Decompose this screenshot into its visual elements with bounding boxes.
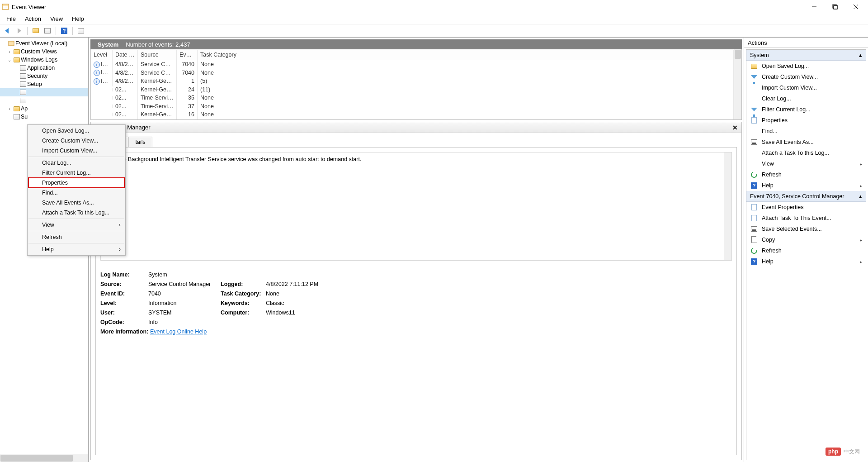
table-row[interactable]: iInf...4/8/202...Service Contr...7040Non… [91, 69, 734, 77]
lbl-kw: Keywords: [221, 300, 266, 306]
table-row[interactable]: 02...Time-Service35None [91, 94, 734, 102]
act-copy[interactable]: Copy▸ [746, 234, 866, 245]
menu-view[interactable]: View [46, 14, 67, 23]
act-label: Event Properties [762, 204, 803, 210]
act-filter-current-log[interactable]: Filter Current Log... [746, 104, 866, 115]
table-row[interactable]: 02...Time-Service37None [91, 102, 734, 111]
tree-system-selected[interactable] [0, 88, 88, 96]
chevron-right-icon: ▸ [860, 238, 862, 243]
menu-help[interactable]: Help [67, 14, 89, 23]
tree-security[interactable]: Security [0, 72, 88, 80]
val-source: Service Control Manager [148, 281, 221, 287]
tree-application[interactable]: Application [0, 64, 88, 72]
tree-hscrollbar[interactable] [0, 454, 88, 462]
table-row[interactable]: iInf...4/8/202...Service Contr...7040Non… [91, 60, 734, 69]
maximize-button[interactable] [825, 0, 845, 14]
show-tree-button[interactable] [30, 25, 41, 36]
tree-root-label: Event Viewer (Local) [15, 40, 67, 47]
tree-forwarded[interactable] [0, 96, 88, 105]
lbl-logged: Logged: [221, 281, 266, 287]
tree-subscriptions[interactable]: Su [0, 113, 88, 121]
tree-app-services[interactable]: ›Ap [0, 105, 88, 113]
back-button[interactable] [2, 25, 13, 36]
act-view[interactable]: View▸ [746, 158, 866, 169]
act-refresh-2[interactable]: Refresh [746, 245, 866, 256]
actions-group-event[interactable]: Event 7040, Service Control Manager▴ [746, 191, 866, 202]
col-eventid[interactable]: Event... [177, 50, 198, 60]
act-save-selected-events[interactable]: Save Selected Events... [746, 224, 866, 234]
act-import-custom-view[interactable]: Import Custom View... [746, 82, 866, 93]
svg-rect-6 [834, 5, 837, 9]
val-cat: None [266, 291, 356, 297]
link-online-help[interactable]: Event Log Online Help [150, 329, 207, 335]
act-properties[interactable]: Properties [746, 115, 866, 126]
act-refresh[interactable]: Refresh [746, 169, 866, 180]
ctx-find[interactable]: Find... [28, 188, 124, 198]
ctx-refresh[interactable]: Refresh [28, 232, 124, 243]
ctx-view[interactable]: View› [28, 220, 124, 231]
detail-close-button[interactable]: ✕ [732, 124, 738, 131]
funnel-icon [751, 75, 757, 79]
refresh-icon [750, 171, 759, 179]
tab-details[interactable]: tails [128, 137, 152, 147]
ctx-properties[interactable]: Properties [28, 178, 124, 188]
info-icon: i [94, 70, 100, 76]
val-kw: Classic [266, 300, 356, 306]
event-grid[interactable]: Level Date an... Source Event... Task Ca… [91, 49, 734, 119]
svg-rect-12 [9, 41, 14, 46]
grid-title: System [90, 41, 126, 48]
act-attach-task-event[interactable]: Attach Task To This Event... [746, 213, 866, 224]
act-find[interactable]: Find... [746, 126, 866, 137]
ctx-save-all-events[interactable]: Save All Events As... [28, 198, 124, 208]
act-attach-task[interactable]: Attach a Task To this Log... [746, 148, 866, 158]
close-button[interactable] [845, 0, 866, 14]
col-category[interactable]: Task Category [198, 50, 734, 60]
page-icon [751, 204, 757, 210]
col-level[interactable]: Level [91, 50, 113, 60]
ctx-attach-task[interactable]: Attach a Task To this Log... [28, 208, 124, 219]
ctx-create-custom-view[interactable]: Create Custom View... [28, 136, 124, 146]
cell-level [91, 88, 113, 91]
forward-button[interactable] [14, 25, 24, 36]
table-row[interactable]: 02...Kernel-General16None [91, 110, 734, 119]
detail-message-scroll[interactable] [724, 152, 731, 260]
titlebar: Event Viewer [0, 0, 868, 14]
act-help[interactable]: ?Help▸ [746, 180, 866, 191]
table-row[interactable]: 02...Kernel-General24(11) [91, 86, 734, 94]
grid-header: Level Date an... Source Event... Task Ca… [91, 49, 734, 60]
ctx-help[interactable]: Help› [28, 244, 124, 254]
col-date[interactable]: Date an... [113, 50, 138, 60]
ctx-open-saved-log[interactable]: Open Saved Log... [28, 126, 124, 136]
show-list-button[interactable] [42, 25, 53, 36]
act-label: Save All Events As... [762, 139, 814, 145]
menu-action[interactable]: Action [20, 14, 46, 23]
tree-root[interactable]: Event Viewer (Local) [0, 39, 88, 48]
grid-count: Number of events: 2,437 [126, 41, 190, 48]
ctx-filter-current-log[interactable]: Filter Current Log... [28, 168, 124, 178]
act-clear-log[interactable]: Clear Log... [746, 93, 866, 104]
act-open-saved-log[interactable]: Open Saved Log... [746, 61, 866, 71]
preview-pane-button[interactable] [75, 25, 86, 36]
table-row[interactable]: iInf...4/8/202...Kernel-General1(5) [91, 77, 734, 86]
ctx-clear-log[interactable]: Clear Log... [28, 158, 124, 168]
tree-label: Security [27, 73, 47, 79]
chevron-right-icon: › [119, 246, 121, 252]
lbl-logname: Log Name: [100, 271, 148, 278]
minimize-button[interactable] [804, 0, 825, 14]
act-help-2[interactable]: ?Help▸ [746, 256, 866, 267]
tree-setup[interactable]: Setup [0, 80, 88, 88]
cell-level: iInf... [91, 76, 113, 86]
act-create-custom-view[interactable]: Create Custom View... [746, 71, 866, 82]
tree-windows-logs[interactable]: ⌄ Windows Logs [0, 56, 88, 64]
act-event-properties[interactable]: Event Properties [746, 202, 866, 213]
watermark: php 中文网 [826, 448, 860, 456]
ctx-import-custom-view[interactable]: Import Custom View... [28, 146, 124, 157]
help-toolbar-button[interactable]: ? [59, 25, 70, 36]
act-save-all-events[interactable]: Save All Events As... [746, 137, 866, 148]
tree-custom-views[interactable]: › Custom Views [0, 48, 88, 56]
lbl-moreinfo: More Information: [100, 329, 150, 335]
col-source[interactable]: Source [138, 50, 177, 60]
grid-vscrollbar[interactable] [734, 49, 741, 119]
menu-file[interactable]: File [2, 14, 20, 23]
actions-group-system[interactable]: System▴ [746, 50, 866, 61]
